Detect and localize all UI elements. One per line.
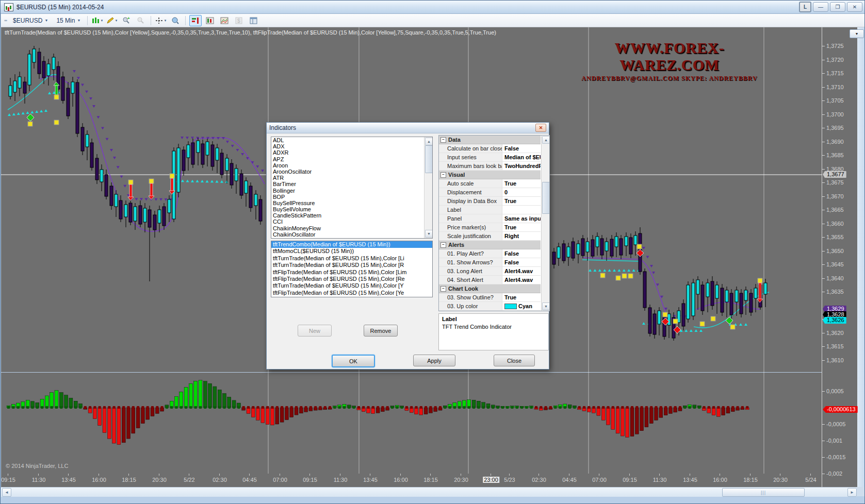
- indicator-histogram-panel[interactable]: [1, 373, 822, 474]
- indicator-list-item[interactable]: ChaikinMoneyFlow: [271, 225, 432, 231]
- collapse-icon[interactable]: −: [440, 172, 446, 178]
- scroll-left-button[interactable]: ◄: [2, 488, 11, 497]
- link-button[interactable]: L: [799, 2, 811, 12]
- indicator-list-item[interactable]: BuySellVolume: [271, 206, 432, 212]
- indicator-list-item[interactable]: ATR: [271, 175, 432, 181]
- scroll-down-icon[interactable]: ▼: [425, 230, 433, 238]
- horizontal-scrollbar[interactable]: ◄ ||| ►: [1, 487, 857, 497]
- title-bar[interactable]: $EURUSD (15 Min) 2014-05-24 L — ❐ ✕: [1, 1, 864, 14]
- grid-scrollbar[interactable]: ▲▼: [541, 136, 549, 311]
- new-button[interactable]: New: [298, 325, 332, 337]
- indicator-list-item[interactable]: CandleStickPattern: [271, 212, 432, 219]
- scroll-up-icon[interactable]: ▲: [542, 136, 550, 144]
- collapse-icon[interactable]: −: [440, 242, 446, 248]
- property-row[interactable]: Calculate on bar closeFalse: [439, 144, 541, 153]
- configured-indicator-item[interactable]: tftTurnTrade(Median of $EURUSD (15 Min),…: [271, 255, 432, 262]
- minimize-button[interactable]: —: [813, 2, 828, 12]
- indicator-list-item[interactable]: APZ: [271, 156, 432, 162]
- indicator-list-item[interactable]: AroonOscillator: [271, 169, 432, 175]
- vertical-scroll-strip[interactable]: [857, 27, 865, 487]
- property-row[interactable]: Auto scaleTrue: [439, 179, 541, 188]
- dialog-close-icon[interactable]: ✕: [535, 124, 546, 132]
- indicator-list-item[interactable]: ChaikinOscillator: [271, 231, 432, 238]
- scroll-down-icon[interactable]: ▼: [542, 303, 550, 310]
- available-indicators-list[interactable]: ADLADXADXRAPZAroonAroonOscillatorATRBarT…: [271, 137, 433, 239]
- property-row[interactable]: 01. Play Alert?False: [439, 249, 541, 258]
- property-row[interactable]: 01. Show Arrows?False: [439, 258, 541, 267]
- list-scrollbar[interactable]: ▲▼: [424, 137, 432, 238]
- configured-indicators-list[interactable]: tftTrendCombo(Median of $EURUSD (15 Min)…: [271, 241, 433, 297]
- property-group-header[interactable]: −Data: [439, 136, 541, 144]
- time-label: 23:00: [483, 477, 499, 483]
- property-row[interactable]: Input seriesMedian of $EURUSD (15 Min): [439, 153, 541, 162]
- chart-style-icon[interactable]: ▼: [91, 15, 104, 26]
- scrollbar-thumb[interactable]: [542, 182, 550, 214]
- apply-button[interactable]: Apply: [413, 355, 455, 366]
- property-row[interactable]: 03. Up colorCyan: [439, 302, 541, 311]
- close-button[interactable]: ✕: [847, 2, 862, 12]
- indicator-list-item[interactable]: ADL: [271, 137, 432, 143]
- scroll-right-button[interactable]: ►: [847, 488, 857, 497]
- property-row[interactable]: Display in Data BoxTrue: [439, 197, 541, 206]
- zoom-window-icon[interactable]: [169, 15, 182, 26]
- property-row[interactable]: Maximum bars look backTwoHundredFiftySix: [439, 162, 541, 171]
- property-row[interactable]: Price marker(s)True: [439, 223, 541, 232]
- zoom-in-icon[interactable]: +: [120, 15, 133, 26]
- configured-indicator-item[interactable]: tftFlipTrade(Median of $EURUSD (15 Min),…: [271, 290, 432, 296]
- collapse-icon[interactable]: −: [440, 286, 446, 292]
- configured-indicator-item[interactable]: tftTurnTrade(Median of $EURUSD (15 Min),…: [271, 262, 432, 268]
- data-series-icon[interactable]: [204, 15, 216, 26]
- property-row[interactable]: 03. Show Outline?True: [439, 293, 541, 302]
- indicator-list-item[interactable]: Aroon: [271, 162, 432, 169]
- indicator-list-item[interactable]: BarTimer: [271, 181, 432, 187]
- price-axis[interactable]: 1,37251,37201,37151,37101,37051,37001,36…: [822, 27, 857, 487]
- grid-icon[interactable]: [247, 15, 259, 26]
- configured-indicator-item[interactable]: tftFlipTrade(Median of $EURUSD (15 Min),…: [271, 276, 432, 282]
- ok-button[interactable]: OK: [332, 355, 375, 367]
- close-dialog-button[interactable]: Close: [494, 355, 535, 366]
- scrollbar-thumb[interactable]: |||: [722, 488, 805, 497]
- indicator-list-item[interactable]: BOP: [271, 194, 432, 200]
- draw-icon[interactable]: ▼: [106, 15, 118, 26]
- property-row[interactable]: Label: [439, 206, 541, 214]
- tick-mark: [822, 182, 825, 183]
- tick-mark: [822, 457, 825, 458]
- property-row[interactable]: 04. Short AlertAlert4.wav: [439, 276, 541, 284]
- configured-indicator-item[interactable]: tftTurnTrade(Median of $EURUSD (15 Min),…: [271, 282, 432, 289]
- property-row[interactable]: PanelSame as input series: [439, 214, 541, 223]
- instrument-selector[interactable]: $EURUSD ▼: [10, 15, 51, 26]
- property-group-header[interactable]: −Chart Look: [439, 284, 541, 293]
- collapse-icon[interactable]: −: [440, 137, 446, 143]
- price-alignment-icon[interactable]: [189, 15, 202, 26]
- restore-button[interactable]: ❐: [830, 2, 845, 12]
- property-group-header[interactable]: −Visual: [439, 171, 541, 179]
- indicator-list-item[interactable]: BuySellPressure: [271, 200, 432, 206]
- axis-menu-button[interactable]: ▼: [850, 29, 864, 38]
- chart-region-icon[interactable]: [218, 15, 231, 26]
- time-tick: [370, 474, 370, 476]
- property-row[interactable]: Scale justificationRight: [439, 232, 541, 241]
- remove-button[interactable]: Remove: [364, 325, 398, 337]
- property-row[interactable]: 03. Long AlertAlert4.wav: [439, 267, 541, 276]
- configured-indicator-item[interactable]: tftMomoCL($EURUSD (15 Min)): [271, 248, 432, 255]
- configured-indicator-item[interactable]: tftTrendCombo(Median of $EURUSD (15 Min)…: [271, 241, 432, 248]
- scrollbar-thumb[interactable]: [425, 145, 433, 173]
- toolbar-grip[interactable]: ▪▪: [4, 18, 7, 23]
- indicator-list-item[interactable]: ADX: [271, 143, 432, 149]
- crosshair-icon[interactable]: ▼: [155, 15, 167, 26]
- zoom-out-icon[interactable]: [135, 15, 147, 26]
- property-group-header[interactable]: −Alerts: [439, 241, 541, 249]
- dialog-title-bar[interactable]: Indicators ✕: [267, 123, 549, 133]
- indicator-properties-grid[interactable]: −DataCalculate on bar closeFalseInput se…: [438, 135, 550, 311]
- interval-selector[interactable]: 15 Min ▼: [53, 15, 84, 26]
- property-name: 03. Long Alert: [439, 267, 502, 275]
- configured-indicator-item[interactable]: tftFlipTrade(Median of $EURUSD (15 Min),…: [271, 269, 432, 276]
- toolbar-separator: [87, 16, 88, 25]
- scroll-up-icon[interactable]: ▲: [425, 138, 433, 145]
- indicator-list-item[interactable]: Bollinger: [271, 188, 432, 194]
- indicator-list-item[interactable]: ADXR: [271, 149, 432, 156]
- time-axis[interactable]: 09:1511:3013:4516:0018:1520:305/2202:300…: [1, 474, 822, 487]
- property-row[interactable]: Displacement0: [439, 188, 541, 197]
- dollar-icon[interactable]: $: [233, 15, 245, 26]
- indicator-list-item[interactable]: CCI: [271, 219, 432, 225]
